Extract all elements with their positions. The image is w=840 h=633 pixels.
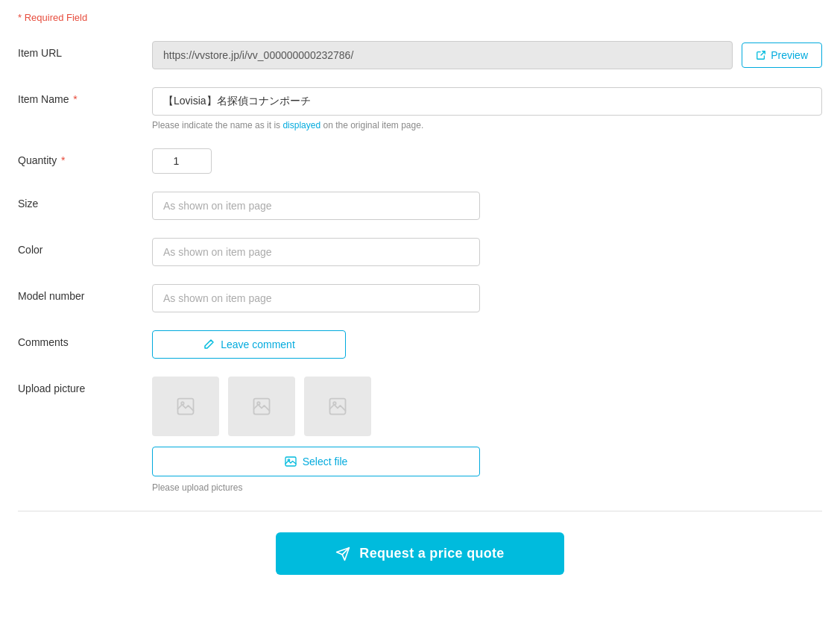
select-file-button[interactable]: Select file xyxy=(152,447,480,476)
form-divider xyxy=(18,511,822,511)
item-name-hint: Please indicate the name as it is displa… xyxy=(152,120,822,130)
leave-comment-label: Leave comment xyxy=(221,338,295,350)
item-name-label: Item Name * xyxy=(18,87,152,105)
item-name-row: Item Name * Please indicate the name as … xyxy=(18,87,822,130)
required-field-notice: * Required Field xyxy=(18,12,822,23)
image-placeholder-2[interactable] xyxy=(228,377,295,436)
quantity-content xyxy=(152,148,822,174)
model-number-input[interactable] xyxy=(152,284,480,312)
image-icon-3 xyxy=(327,396,348,417)
model-number-content xyxy=(152,284,822,312)
select-file-label: Select file xyxy=(303,456,348,467)
submit-row: Request a price quote xyxy=(18,532,822,575)
model-number-row: Model number xyxy=(18,284,822,312)
send-icon xyxy=(335,547,350,561)
color-input[interactable] xyxy=(152,238,480,266)
item-name-input[interactable] xyxy=(152,87,822,116)
comments-label: Comments xyxy=(18,330,152,348)
external-link-icon xyxy=(756,50,766,60)
color-content xyxy=(152,238,822,266)
image-icon-2 xyxy=(251,396,272,417)
image-icon-1 xyxy=(175,396,196,417)
image-placeholder-3[interactable] xyxy=(304,377,371,436)
pencil-icon xyxy=(203,338,215,350)
color-label: Color xyxy=(18,238,152,256)
request-label: Request a price quote xyxy=(359,546,504,561)
quantity-input[interactable] xyxy=(152,148,212,174)
upload-picture-row: Upload picture xyxy=(18,377,822,493)
upload-picture-label: Upload picture xyxy=(18,377,152,394)
color-row: Color xyxy=(18,238,822,266)
preview-label: Preview xyxy=(771,49,808,61)
item-url-label: Item URL xyxy=(18,41,152,59)
size-input[interactable] xyxy=(152,192,480,220)
model-number-label: Model number xyxy=(18,284,152,302)
size-row: Size xyxy=(18,192,822,220)
item-url-input[interactable] xyxy=(152,41,733,69)
image-placeholder-1[interactable] xyxy=(152,377,219,436)
upload-hint: Please upload pictures xyxy=(152,482,822,493)
quantity-row: Quantity * xyxy=(18,148,822,174)
comments-content: Leave comment xyxy=(152,330,822,359)
size-label: Size xyxy=(18,192,152,210)
item-name-content: Please indicate the name as it is displa… xyxy=(152,87,822,130)
upload-image-icon xyxy=(285,456,297,467)
item-url-row: Item URL Preview xyxy=(18,41,822,69)
upload-picture-content: Select file Please upload pictures xyxy=(152,377,822,493)
request-price-quote-button[interactable]: Request a price quote xyxy=(276,532,563,575)
page-wrapper: * Required Field Item URL Preview Item N… xyxy=(0,0,840,633)
item-url-content: Preview xyxy=(152,41,822,69)
size-content xyxy=(152,192,822,220)
quantity-required-star: * xyxy=(58,154,65,166)
leave-comment-button[interactable]: Leave comment xyxy=(152,330,346,359)
image-previews xyxy=(152,377,822,436)
required-star: * xyxy=(70,93,77,105)
quantity-label: Quantity * xyxy=(18,148,152,166)
preview-button[interactable]: Preview xyxy=(742,42,822,68)
comments-row: Comments Leave comment xyxy=(18,330,822,359)
